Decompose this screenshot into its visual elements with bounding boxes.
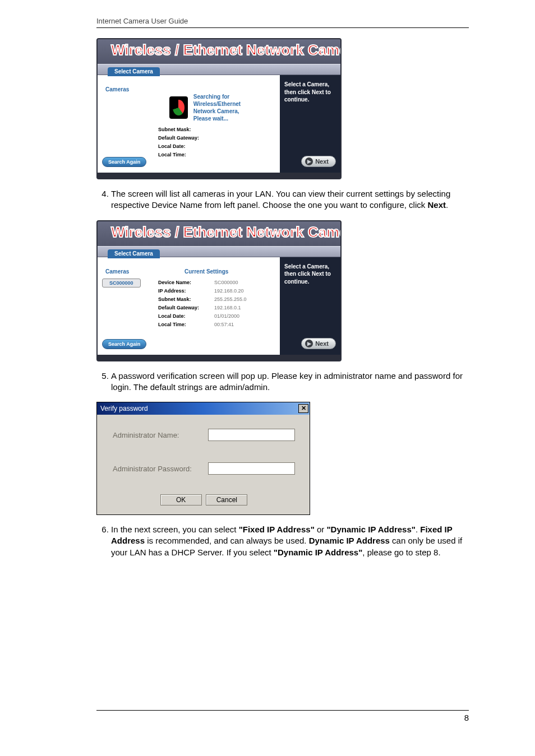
- device-name-label: Device Name:: [158, 279, 214, 287]
- step-6: In the next screen, you can select "Fixe…: [111, 524, 469, 558]
- wizard-title-strip: Wireless / Ethernet Network Camera: [98, 39, 340, 64]
- wizard-main-pane: Select Camera Cameras Searching for Wire…: [98, 75, 280, 173]
- admin-name-label: Administrator Name:: [113, 431, 208, 439]
- subnet-mask-label: Subnet Mask:: [158, 295, 214, 304]
- running-header: Internet Camera User Guide: [96, 17, 469, 28]
- wizard-title: Wireless / Ethernet Network Camera: [111, 41, 342, 59]
- wizard-side-pane: Select a Camera, then click Next to cont…: [280, 257, 340, 355]
- local-time-label: Local Time:: [158, 151, 214, 159]
- default-gateway-label: Default Gateway:: [158, 304, 214, 312]
- wizard-panel-results: Wireless / Ethernet Network Camera Selec…: [96, 220, 342, 361]
- next-button[interactable]: ▶ Next: [301, 156, 336, 167]
- select-camera-tab[interactable]: Select Camera: [108, 249, 160, 258]
- camera-list-item[interactable]: SC000000: [102, 279, 141, 287]
- cancel-button[interactable]: Cancel: [206, 494, 247, 505]
- next-arrow-icon: ▶: [305, 157, 313, 165]
- default-gateway-label: Default Gateway:: [158, 134, 214, 142]
- admin-password-label: Administrator Password:: [113, 465, 208, 473]
- next-arrow-icon: ▶: [305, 340, 313, 347]
- cameras-column-label: Cameras: [105, 268, 129, 275]
- side-hint-text: Select a Camera, then click Next to cont…: [284, 81, 336, 104]
- admin-password-field[interactable]: [208, 462, 295, 475]
- close-icon[interactable]: ✕: [298, 404, 308, 413]
- searching-line3: Please wait...: [193, 115, 263, 122]
- step-5: A password verification screen will pop …: [111, 370, 469, 393]
- subnet-mask-value: 255.255.255.0: [214, 295, 247, 304]
- side-hint-text: Select a Camera, then click Next to cont…: [284, 263, 336, 286]
- dialog-title: Verify password: [100, 405, 148, 412]
- ip-address-value: 192.168.0.20: [214, 287, 244, 295]
- next-button-label: Next: [315, 340, 329, 347]
- select-camera-tab[interactable]: Select Camera: [108, 67, 160, 76]
- search-again-button[interactable]: Search Again: [102, 339, 146, 349]
- verify-password-dialog: Verify password ✕ Administrator Name: Ad…: [96, 402, 310, 515]
- local-date-label: Local Date:: [158, 312, 214, 321]
- wizard-main-pane: Select Camera Cameras Current Settings S…: [98, 257, 280, 355]
- searching-overlay: Searching for Wireless/Ethernet Network …: [169, 93, 263, 122]
- local-date-value: 01/01/2000: [214, 312, 239, 321]
- admin-name-field[interactable]: [208, 429, 295, 441]
- searching-line1: Searching for Wireless/Ethernet: [193, 93, 263, 108]
- dialog-titlebar: Verify password ✕: [97, 402, 310, 415]
- wizard-title: Wireless / Ethernet Network Camera: [111, 224, 342, 241]
- next-button[interactable]: ▶ Next: [301, 338, 336, 349]
- default-gateway-value: 192.168.0.1: [214, 304, 241, 312]
- search-again-button[interactable]: Search Again: [102, 157, 146, 167]
- step-4: The screen will list all cameras in your…: [111, 188, 469, 211]
- ok-button[interactable]: OK: [160, 494, 202, 505]
- local-time-label: Local Time:: [158, 321, 214, 329]
- next-button-label: Next: [315, 158, 329, 165]
- searching-line2: Network Camera,: [193, 108, 263, 115]
- wizard-title-strip: Wireless / Ethernet Network Camera: [98, 221, 340, 246]
- local-date-label: Local Date:: [158, 142, 214, 151]
- local-time-value: 00:57:41: [214, 321, 234, 329]
- spinner-icon: [169, 96, 188, 119]
- wizard-panel-searching: Wireless / Ethernet Network Camera Selec…: [96, 38, 342, 179]
- page-footer: 8: [96, 710, 469, 722]
- subnet-mask-label: Subnet Mask:: [158, 126, 214, 134]
- wizard-side-pane: Select a Camera, then click Next to cont…: [280, 75, 340, 173]
- cameras-column-label: Cameras: [105, 86, 129, 92]
- page-number: 8: [464, 713, 469, 722]
- current-settings-label: Current Settings: [185, 268, 228, 275]
- device-name-value: SC000000: [214, 279, 238, 287]
- ip-address-label: IP Address:: [158, 287, 214, 295]
